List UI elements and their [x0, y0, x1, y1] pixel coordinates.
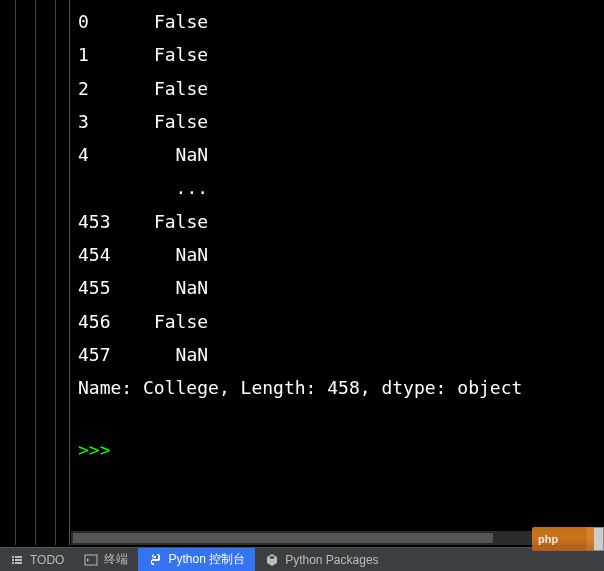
output-row: 456 False: [78, 305, 596, 338]
output-row: 3 False: [78, 105, 596, 138]
terminal-icon: [84, 553, 98, 567]
tab-todo[interactable]: TODO: [0, 548, 74, 571]
output-row: 4 NaN: [78, 138, 596, 171]
output-row: 455 NaN: [78, 271, 596, 304]
tab-label: Python Packages: [285, 553, 378, 567]
output-summary: Name: College, Length: 458, dtype: objec…: [78, 371, 596, 404]
tab-python-console[interactable]: Python 控制台: [138, 548, 255, 571]
tab-label: 终端: [104, 551, 128, 568]
output-row: 453 False: [78, 205, 596, 238]
tab-label: Python 控制台: [168, 551, 245, 568]
gutter-line: [55, 0, 56, 545]
watermark-text: php: [538, 533, 558, 545]
packages-icon: [265, 553, 279, 567]
editor-gutter: [0, 0, 70, 545]
tool-window-bar: TODO 终端 Python 控制台 Python Packages: [0, 547, 604, 571]
python-prompt[interactable]: >>>: [78, 433, 596, 466]
gutter-line: [35, 0, 36, 545]
output-row: 454 NaN: [78, 238, 596, 271]
scrollbar-thumb[interactable]: [73, 533, 493, 543]
watermark-badge: php: [532, 527, 594, 551]
python-console-output[interactable]: 0 False 1 False 2 False 3 False 4 NaN ..…: [70, 0, 604, 545]
list-icon: [10, 553, 24, 567]
output-row: 457 NaN: [78, 338, 596, 371]
output-row: 1 False: [78, 38, 596, 71]
output-ellipsis: ...: [78, 171, 596, 204]
tab-python-packages[interactable]: Python Packages: [255, 548, 388, 571]
horizontal-scrollbar[interactable]: [71, 531, 604, 545]
svg-rect-0: [85, 555, 97, 565]
output-row: 2 False: [78, 72, 596, 105]
python-icon: [148, 553, 162, 567]
output-row: 0 False: [78, 5, 596, 38]
gutter-line: [15, 0, 16, 545]
tab-terminal[interactable]: 终端: [74, 548, 138, 571]
tab-label: TODO: [30, 553, 64, 567]
